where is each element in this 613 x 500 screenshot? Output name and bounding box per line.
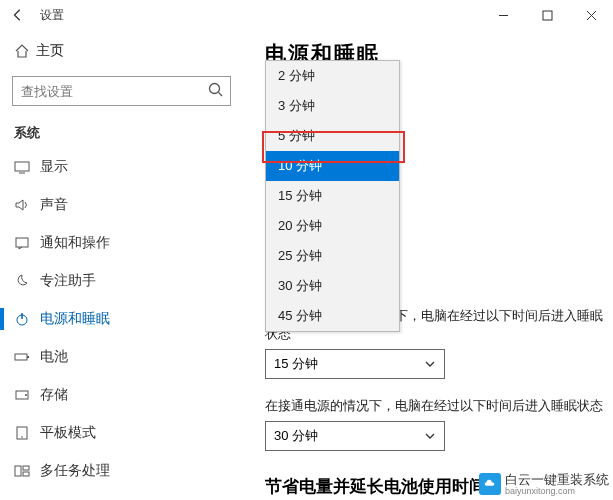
dropdown-option[interactable]: 45 分钟 <box>266 301 399 331</box>
svg-point-2 <box>210 84 220 94</box>
sidebar-item-battery[interactable]: 电池 <box>0 338 243 376</box>
sidebar-item-projecting[interactable]: 投影到此电脑 <box>0 490 243 500</box>
sidebar-item-label: 声音 <box>40 196 68 214</box>
close-button[interactable] <box>569 0 613 30</box>
home-icon <box>14 43 36 59</box>
focus-icon <box>14 273 40 289</box>
sidebar-item-label: 通知和操作 <box>40 234 110 252</box>
chevron-down-icon <box>424 358 436 370</box>
notifications-icon <box>14 235 40 251</box>
svg-rect-9 <box>27 356 29 358</box>
sidebar-home[interactable]: 主页 <box>0 34 243 68</box>
display-icon <box>14 159 40 175</box>
power-icon <box>14 311 40 327</box>
sidebar-item-multitasking[interactable]: 多任务处理 <box>0 452 243 490</box>
dropdown-option[interactable]: 3 分钟 <box>266 91 399 121</box>
svg-point-13 <box>21 436 23 438</box>
sidebar-item-tablet-mode[interactable]: 平板模式 <box>0 414 243 452</box>
watermark: 白云一键重装系统 baiyunxitong.com <box>479 473 609 496</box>
svg-rect-1 <box>543 11 552 20</box>
tablet-icon <box>14 425 40 441</box>
dropdown-option[interactable]: 25 分钟 <box>266 241 399 271</box>
svg-rect-16 <box>23 472 29 476</box>
svg-rect-14 <box>15 466 21 476</box>
sidebar-item-label: 存储 <box>40 386 68 404</box>
sleep-battery-combo[interactable]: 15 分钟 <box>265 349 445 379</box>
dropdown-option[interactable]: 10 分钟 <box>266 151 399 181</box>
sound-icon <box>14 197 40 213</box>
sleep-plugged-value: 30 分钟 <box>274 427 318 445</box>
svg-rect-3 <box>15 162 29 171</box>
dropdown-option[interactable]: 30 分钟 <box>266 271 399 301</box>
sidebar-item-display[interactable]: 显示 <box>0 148 243 186</box>
back-button[interactable] <box>6 3 30 27</box>
time-dropdown[interactable]: 2 分钟3 分钟5 分钟10 分钟15 分钟20 分钟25 分钟30 分钟45 … <box>265 60 400 332</box>
sidebar-item-label: 专注助手 <box>40 272 96 290</box>
svg-point-11 <box>25 394 27 396</box>
sidebar-item-label: 多任务处理 <box>40 462 110 480</box>
battery-icon <box>14 349 40 365</box>
dropdown-option[interactable]: 20 分钟 <box>266 211 399 241</box>
dropdown-option[interactable]: 15 分钟 <box>266 181 399 211</box>
sidebar-item-power-sleep[interactable]: 电源和睡眠 <box>0 300 243 338</box>
sidebar-home-label: 主页 <box>36 42 64 60</box>
sidebar-item-label: 电池 <box>40 348 68 366</box>
dropdown-option[interactable]: 5 分钟 <box>266 121 399 151</box>
search-icon <box>207 81 225 99</box>
minimize-button[interactable] <box>481 0 525 30</box>
search-input[interactable] <box>12 76 231 106</box>
watermark-logo-icon <box>479 473 501 495</box>
sidebar-item-label: 显示 <box>40 158 68 176</box>
sidebar-item-focus-assist[interactable]: 专注助手 <box>0 262 243 300</box>
watermark-url: baiyunxitong.com <box>505 487 609 496</box>
sidebar-item-notifications[interactable]: 通知和操作 <box>0 224 243 262</box>
sidebar-nav-list: 显示 声音 通知和操作 专注助手 电源和睡眠 <box>0 148 243 500</box>
svg-rect-15 <box>23 466 29 470</box>
sleep-plugged-label: 在接通电源的情况下，电脑在经过以下时间后进入睡眠状态 <box>265 397 603 415</box>
sidebar-item-label: 电源和睡眠 <box>40 310 110 328</box>
sidebar-item-sound[interactable]: 声音 <box>0 186 243 224</box>
chevron-down-icon <box>424 430 436 442</box>
multitasking-icon <box>14 463 40 479</box>
dropdown-option[interactable]: 2 分钟 <box>266 61 399 91</box>
maximize-button[interactable] <box>525 0 569 30</box>
sidebar-section-label: 系统 <box>0 116 243 148</box>
sidebar-item-storage[interactable]: 存储 <box>0 376 243 414</box>
storage-icon <box>14 387 40 403</box>
sleep-plugged-combo[interactable]: 30 分钟 <box>265 421 445 451</box>
svg-rect-8 <box>15 354 27 360</box>
watermark-name: 白云一键重装系统 <box>505 473 609 487</box>
sleep-battery-value: 15 分钟 <box>274 355 318 373</box>
sidebar-item-label: 平板模式 <box>40 424 96 442</box>
window-title: 设置 <box>40 7 64 24</box>
svg-rect-5 <box>16 238 28 247</box>
